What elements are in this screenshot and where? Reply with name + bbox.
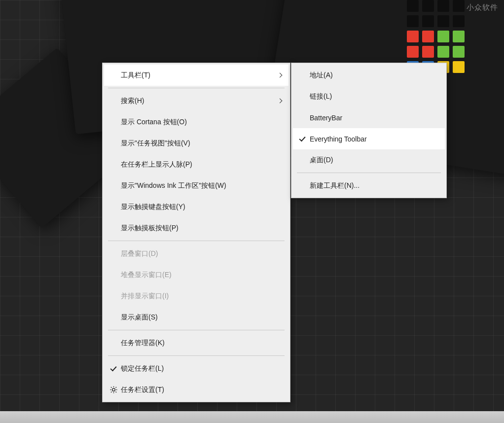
menu-label: 搜索(H) xyxy=(120,97,276,106)
menu-label: 任务栏设置(T) xyxy=(120,386,284,394)
windows-pixel-logo-icon xyxy=(407,0,465,73)
menu-label: 显示"任务视图"按钮(V) xyxy=(120,139,284,148)
menu-label: 显示 Cortana 按钮(O) xyxy=(120,118,284,127)
check-icon xyxy=(296,137,309,141)
menu-item-task-manager[interactable]: 任务管理器(K) xyxy=(104,332,288,353)
menu-item-lock-taskbar[interactable]: 锁定任务栏(L) xyxy=(104,358,288,379)
submenu-item-batterybar[interactable]: BatteryBar xyxy=(293,107,445,128)
menu-label: 地址(A) xyxy=(309,71,440,80)
menu-item-show-desktop[interactable]: 显示桌面(S) xyxy=(104,307,288,328)
check-icon xyxy=(107,366,120,371)
menu-label: Everything Toolbar xyxy=(309,135,440,143)
menu-separator xyxy=(108,355,285,356)
menu-label: 并排显示窗口(I) xyxy=(120,292,284,301)
menu-label: 新建工具栏(N)... xyxy=(309,181,440,190)
submenu-item-desktop[interactable]: 桌面(D) xyxy=(293,149,445,171)
menu-separator xyxy=(108,88,285,88)
submenu-item-links[interactable]: 链接(L) xyxy=(293,86,445,107)
menu-label: 工具栏(T) xyxy=(120,71,276,80)
menu-item-toolbars[interactable]: 工具栏(T) xyxy=(104,65,288,86)
submenu-item-everything-toolbar[interactable]: Everything Toolbar xyxy=(293,128,445,149)
menu-label: 锁定任务栏(L) xyxy=(120,364,284,373)
menu-item-show-touch-keyboard[interactable]: 显示触摸键盘按钮(Y) xyxy=(104,196,288,217)
menu-label: 链接(L) xyxy=(309,92,440,101)
submenu-item-address[interactable]: 地址(A) xyxy=(293,65,445,86)
menu-item-stacked[interactable]: 堆叠显示窗口(E) xyxy=(104,264,288,285)
menu-label: BatteryBar xyxy=(309,114,440,122)
menu-label: 显示桌面(S) xyxy=(120,313,284,322)
menu-item-cascade[interactable]: 层叠窗口(D) xyxy=(104,243,288,264)
menu-label: 桌面(D) xyxy=(309,156,440,165)
menu-label: 显示触摸板按钮(P) xyxy=(120,224,284,233)
submenu-item-new-toolbar[interactable]: 新建工具栏(N)... xyxy=(293,175,445,196)
menu-label: 任务管理器(K) xyxy=(120,339,284,348)
menu-item-show-task-view[interactable]: 显示"任务视图"按钮(V) xyxy=(104,133,288,154)
menu-label: 层叠窗口(D) xyxy=(120,249,284,258)
gear-icon xyxy=(107,386,120,394)
taskbar-context-menu: 工具栏(T) 搜索(H) 显示 Cortana 按钮(O) 显示"任务视图"按钮… xyxy=(102,63,290,402)
chevron-right-icon xyxy=(276,73,284,77)
menu-separator xyxy=(108,330,285,330)
menu-item-show-ink[interactable]: 显示"Windows Ink 工作区"按钮(W) xyxy=(104,175,288,196)
taskbar[interactable] xyxy=(0,411,504,423)
menu-item-show-people[interactable]: 在任务栏上显示人脉(P) xyxy=(104,154,288,175)
menu-item-search[interactable]: 搜索(H) xyxy=(104,90,288,111)
watermark-text: 小众软件 xyxy=(467,3,498,12)
menu-separator xyxy=(108,241,285,241)
menu-item-show-cortana[interactable]: 显示 Cortana 按钮(O) xyxy=(104,111,288,133)
menu-separator xyxy=(297,173,441,173)
menu-item-show-touchpad[interactable]: 显示触摸板按钮(P) xyxy=(104,217,288,239)
menu-label: 在任务栏上显示人脉(P) xyxy=(120,160,284,169)
menu-label: 堆叠显示窗口(E) xyxy=(120,271,284,280)
menu-label: 显示"Windows Ink 工作区"按钮(W) xyxy=(120,181,284,190)
menu-label: 显示触摸键盘按钮(Y) xyxy=(120,203,284,212)
menu-item-sidebyside[interactable]: 并排显示窗口(I) xyxy=(104,285,288,307)
toolbars-submenu: 地址(A) 链接(L) BatteryBar Everything Toolba… xyxy=(291,63,447,198)
chevron-right-icon xyxy=(276,99,284,103)
menu-item-taskbar-settings[interactable]: 任务栏设置(T) xyxy=(104,379,288,400)
